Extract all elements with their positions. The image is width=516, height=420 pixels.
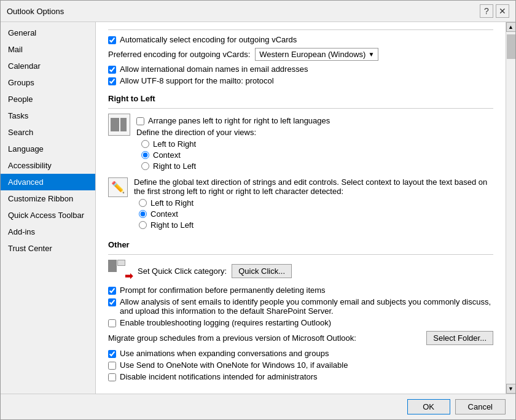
allow-utf8-checkbox[interactable] — [108, 77, 116, 85]
sidebar-item-mail[interactable]: Mail — [1, 41, 95, 58]
global-dir-label: Define the global text direction of stri… — [134, 177, 493, 196]
other-section-title: Other — [108, 240, 493, 249]
disable-notifications-checkbox[interactable] — [108, 373, 116, 381]
dir-context-row: Context — [141, 150, 493, 160]
global-dir-right-to-left-radio[interactable] — [139, 221, 147, 229]
enable-troubleshoot-label: Enable troubleshooting logging (requires… — [120, 318, 331, 327]
preferred-encoding-dropdown[interactable]: Western European (Windows) ▼ — [255, 48, 378, 61]
quick-click-arrow-icon: ➡ — [125, 270, 133, 282]
dialog-title: Outlook Options — [7, 7, 64, 16]
edit-icon: ✏️ — [108, 177, 128, 197]
global-dir-left-to-right-label: Left to Right — [150, 198, 194, 208]
sidebar-item-groups[interactable]: Groups — [1, 74, 95, 91]
arrange-panes-row: Arrange panes left to right for right to… — [136, 116, 493, 125]
allow-analysis-checkbox[interactable] — [108, 298, 116, 306]
sidebar-item-language[interactable]: Language — [1, 141, 95, 157]
select-folder-button[interactable]: Select Folder... — [426, 331, 493, 345]
quick-click-button[interactable]: Quick Click... — [232, 264, 292, 278]
arrange-panes-label: Arrange panes left to right for right to… — [148, 116, 330, 125]
sidebar-item-search[interactable]: Search — [1, 124, 95, 141]
migrate-row: Migrate group schedules from a previous … — [108, 331, 493, 345]
content-scroll: Automatically select encoding for outgoi… — [96, 22, 506, 394]
global-dir-context-radio[interactable] — [139, 210, 147, 218]
dropdown-arrow-icon: ▼ — [368, 51, 374, 58]
dir-right-to-left-radio[interactable] — [141, 162, 149, 170]
title-bar: Outlook Options ? ✕ — [1, 1, 515, 22]
allow-analysis-row: Allow analysis of sent emails to identif… — [108, 297, 493, 316]
prompt-delete-checkbox[interactable] — [108, 287, 116, 295]
preferred-encoding-label: Preferred encoding for outgoing vCards: — [108, 50, 250, 59]
scrollbar-down-button[interactable]: ▼ — [506, 384, 516, 394]
sidebar-item-tasks[interactable]: Tasks — [1, 107, 95, 124]
dir-left-to-right-row: Left to Right — [141, 139, 493, 149]
close-button[interactable]: ✕ — [496, 4, 509, 18]
title-bar-controls: ? ✕ — [480, 4, 509, 18]
global-dir-content: Define the global text direction of stri… — [134, 177, 493, 231]
pencil-icon: ✏️ — [111, 181, 125, 194]
sidebar-item-general[interactable]: General — [1, 25, 95, 41]
global-dir-left-to-right-radio[interactable] — [139, 199, 147, 207]
scrollbar-up-button[interactable]: ▲ — [506, 22, 516, 32]
dialog-body: General Mail Calendar Groups People Task… — [1, 22, 515, 394]
disable-notifications-row: Disable incident notifications intended … — [108, 372, 493, 381]
allow-utf8-row: Allow UTF-8 support for the mailto: prot… — [108, 76, 493, 85]
allow-international-label: Allow international domain names in emai… — [120, 64, 308, 74]
quick-click-row: ➡ Set Quick Click category: Quick Click.… — [108, 260, 493, 282]
quick-click-label: Set Quick Click category: — [138, 266, 227, 276]
prompt-delete-row: Prompt for confirmation before permanent… — [108, 286, 493, 295]
help-button[interactable]: ? — [480, 4, 493, 18]
arrange-panes-box: Arrange panes left to right for right to… — [108, 114, 493, 173]
ok-button[interactable]: OK — [407, 399, 450, 414]
enable-troubleshoot-checkbox[interactable] — [108, 319, 116, 327]
allow-utf8-label: Allow UTF-8 support for the mailto: prot… — [120, 76, 274, 85]
dir-context-radio[interactable] — [141, 151, 149, 159]
sidebar-item-add-ins[interactable]: Add-ins — [1, 224, 95, 240]
rtl-section: Right to Left — [108, 94, 493, 231]
dir-right-to-left-row: Right to Left — [141, 161, 493, 171]
rtl-panes-icon — [108, 114, 130, 136]
scrollbar[interactable]: ▲ ▼ — [506, 22, 515, 394]
use-send-onenote-checkbox[interactable] — [108, 362, 116, 370]
global-dir-radio-group: Left to Right Context Right to Left — [139, 198, 493, 230]
global-dir-right-to-left-label: Right to Left — [150, 220, 194, 230]
direction-radio-group: Left to Right Context Right to Left — [141, 139, 493, 171]
migrate-label: Migrate group schedules from a previous … — [108, 333, 421, 343]
preferred-encoding-row: Preferred encoding for outgoing vCards: … — [108, 48, 493, 61]
sidebar-item-advanced[interactable]: Advanced — [1, 174, 95, 190]
sidebar: General Mail Calendar Groups People Task… — [1, 22, 96, 394]
enable-troubleshoot-row: Enable troubleshooting logging (requires… — [108, 318, 493, 327]
auto-select-encoding-row: Automatically select encoding for outgoi… — [108, 35, 493, 44]
use-animations-label: Use animations when expanding conversati… — [120, 349, 329, 358]
scrollbar-thumb[interactable] — [507, 34, 515, 59]
quick-click-icon-area: ➡ — [108, 260, 133, 282]
sidebar-item-accessibility[interactable]: Accessibility — [1, 157, 95, 174]
use-send-onenote-label: Use Send to OneNote with OneNote for Win… — [120, 360, 348, 370]
global-dir-right-to-left-row: Right to Left — [139, 220, 493, 230]
sidebar-item-people[interactable]: People — [1, 91, 95, 107]
sidebar-item-calendar[interactable]: Calendar — [1, 58, 95, 74]
auto-select-encoding-checkbox[interactable] — [108, 36, 116, 44]
allow-international-checkbox[interactable] — [108, 66, 116, 74]
global-dir-section: ✏️ Define the global text direction of s… — [108, 177, 493, 231]
use-send-onenote-row: Use Send to OneNote with OneNote for Win… — [108, 360, 493, 370]
global-dir-context-row: Context — [139, 209, 493, 219]
rtl-section-title: Right to Left — [108, 94, 493, 103]
sidebar-item-trust-center[interactable]: Trust Center — [1, 240, 95, 257]
sidebar-item-customize-ribbon[interactable]: Customize Ribbon — [1, 190, 95, 207]
auto-select-encoding-label: Automatically select encoding for outgoi… — [120, 35, 297, 44]
global-dir-left-to-right-row: Left to Right — [139, 198, 493, 208]
dir-context-label: Context — [153, 150, 181, 160]
other-section: Other ➡ Set Q — [108, 240, 493, 381]
global-dir-context-label: Context — [150, 209, 178, 219]
dir-left-to-right-label: Left to Right — [153, 139, 196, 149]
arrange-panes-content: Arrange panes left to right for right to… — [136, 114, 493, 173]
outlook-options-dialog: Outlook Options ? ✕ General Mail Calenda… — [0, 0, 516, 420]
dir-left-to-right-radio[interactable] — [141, 140, 149, 148]
sidebar-item-quick-access-toolbar[interactable]: Quick Access Toolbar — [1, 207, 95, 224]
arrange-panes-checkbox[interactable] — [136, 117, 144, 125]
allow-analysis-label: Allow analysis of sent emails to identif… — [120, 297, 493, 316]
prompt-delete-label: Prompt for confirmation before permanent… — [120, 286, 326, 295]
cancel-button[interactable]: Cancel — [455, 399, 506, 414]
allow-international-row: Allow international domain names in emai… — [108, 64, 493, 74]
use-animations-checkbox[interactable] — [108, 350, 116, 358]
